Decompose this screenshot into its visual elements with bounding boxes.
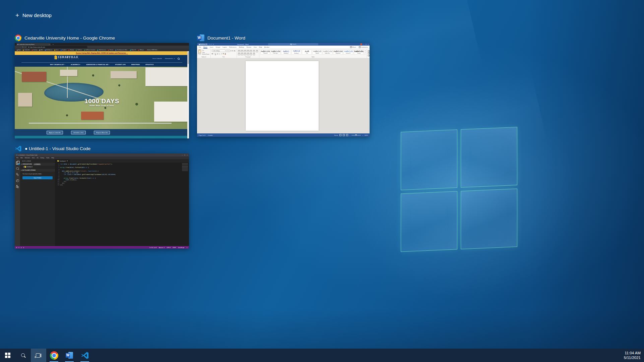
bookmark-item: GoReact Translate <box>84 49 95 51</box>
status-item: UTF-8 <box>167 247 170 248</box>
bookmark-label: Mule DX <box>131 49 136 51</box>
align-center-icon <box>241 53 243 55</box>
site-nav-item: ADMISSIONS & FINANCIAL AID › <box>86 64 110 65</box>
shading-icon <box>253 53 255 55</box>
bookmark-item: Dropbox <box>61 49 67 51</box>
ribbon-tab-home: Home <box>203 46 207 49</box>
bookmark-item: VMmain <box>138 49 144 51</box>
word-thumbnail[interactable]: AutoSave Off □ ↶ ↷ Document1 - Word Sear… <box>197 43 370 137</box>
browser-tab: Cedarville University Home × <box>16 43 51 46</box>
errors-count: 0 <box>18 247 19 248</box>
zoom-out-icon: – <box>349 134 350 136</box>
multilevel-list-icon <box>244 50 246 52</box>
menu-item-file: File <box>16 157 18 159</box>
warnings-count: 0 <box>23 247 24 248</box>
vscode-icon <box>81 351 89 360</box>
minimize-icon: – <box>182 154 183 156</box>
task-view-icon <box>36 353 41 358</box>
style-label: Heading 2 <box>294 53 299 54</box>
bookmark-label: TeamDynamix Worl... <box>117 49 128 51</box>
ribbon-tab-design: Design <box>216 46 220 48</box>
site-nav-item: WHY CEDARVILLE? › <box>50 64 65 65</box>
open-editor-item: ● JS Untitled-1 <box>20 166 55 168</box>
reload-icon: ↻ <box>22 46 23 48</box>
style-label: Intense E... <box>346 53 351 54</box>
search-icon <box>290 44 292 45</box>
code-token: "expand-button" <box>98 163 111 165</box>
style-label: Title <box>306 53 308 54</box>
give-link: Give to Cedarville <box>152 58 162 59</box>
start-button[interactable] <box>0 349 15 362</box>
campus-aerial-photo: 1000 DAYS Bolder. Wiser. Closer to Chris… <box>15 67 189 129</box>
style-gallery-scroll: ▲▼≡ <box>364 50 366 55</box>
shrink-font-icon: A <box>232 50 233 52</box>
menu-item-debug: Debug <box>41 157 44 159</box>
taskbar-search-button[interactable] <box>15 349 31 362</box>
vscode-thumbnail[interactable]: ● Untitled-1 - Visual Studio Code – □ × … <box>15 154 189 249</box>
vscode-title-text: ● Untitled-1 - Visual Studio Code <box>18 154 38 156</box>
code-token: let <box>60 163 64 165</box>
cut-button: Cut <box>202 50 209 51</box>
menu-item-selection: Selection <box>25 157 30 159</box>
campus-building <box>81 112 104 120</box>
comments-button-icon <box>359 46 361 48</box>
ribbon-group-paragraph: Paragraph <box>237 49 260 58</box>
ribbon-tab-bar: FileHomeInsertDesignLayoutReferencesMail… <box>197 46 370 49</box>
taskbar-clock[interactable]: 11:04 AM 5/11/2021 <box>624 351 644 360</box>
bookmark-item: Stream <box>108 49 113 51</box>
bookmark-favicon <box>138 50 139 51</box>
page-section-strip <box>15 136 189 138</box>
explorer-title: EXPLORER <box>20 159 55 163</box>
home-icon: ⌂ <box>25 46 26 48</box>
feedback-smiley-icon: ☺ <box>186 247 188 248</box>
window-title-chrome[interactable]: Cedarville University Home - Google Chro… <box>15 34 189 42</box>
bullets-icon <box>238 50 240 52</box>
new-desktop-button[interactable]: + New desktop <box>13 12 54 18</box>
chrome-icon <box>15 35 21 41</box>
clock-date: 5/11/2021 <box>624 355 641 360</box>
ribbon-tab-insert: Insert <box>210 46 213 48</box>
taskbar-vscode-button[interactable] <box>77 349 92 362</box>
superscript-icon: x² <box>221 53 222 55</box>
menu-item-tasks: Tasks <box>46 157 50 159</box>
bookmark-item: Docs <box>54 49 58 51</box>
bookmark-label: Shopify <box>70 49 74 51</box>
style-sample: AaBbCcE <box>293 50 300 52</box>
style-gallery-item: AaBTitle <box>302 50 312 55</box>
open-folder-button: Open Folder <box>22 176 53 179</box>
maximize-icon: □ <box>184 154 185 156</box>
code-token: document <box>74 174 81 175</box>
document-page <box>246 61 319 131</box>
comments-button: Comments <box>359 46 368 48</box>
chevron-down-icon: ▾ <box>21 170 22 171</box>
style-gallery-item: AaBbCcDdEmphasis <box>333 50 343 55</box>
bookmark-favicon <box>17 50 18 51</box>
task-view-button[interactable] <box>31 349 46 362</box>
hero-subtitle: Bolder. Wiser. Closer to Christ. <box>15 105 189 107</box>
window-title-vscode[interactable]: ● Untitled-1 - Visual Studio Code <box>15 145 189 152</box>
style-sample: AaBbCcDd <box>271 50 280 52</box>
javascript-file-icon: JS <box>24 166 26 168</box>
window-title-label: Cedarville University Home - Google Chro… <box>24 36 115 41</box>
style-gallery-item: AaBbCcDSubtitle <box>312 50 322 55</box>
ribbon-group-font: Calibri (Body) 11 A A Aa BIUabx₂x²AA Fon… <box>211 49 237 58</box>
bookmark-favicon <box>32 50 33 51</box>
word-search-box: Search <box>268 43 318 45</box>
explorer-sidebar: EXPLORER ▾ OPEN EDITORS 1 UNSAVED ● JS U… <box>20 159 55 246</box>
taskbar-chrome-button[interactable] <box>46 349 62 362</box>
chrome-thumbnail[interactable]: Cedarville University Home × + ← → ↻ ⌂ h… <box>15 43 189 138</box>
bookmark-label: VMmain <box>139 49 144 51</box>
ribbon-tab-review: Review <box>247 46 251 48</box>
bookmark-label: Canvas <box>33 49 37 51</box>
web-layout-icon <box>346 134 348 136</box>
replace-button: Replace <box>368 52 370 54</box>
window-title-word[interactable]: W Document1 - Word <box>197 34 370 42</box>
copy-button: Copy <box>202 52 209 53</box>
site-nav: WHY CEDARVILLE? ›ACADEMICS ›ADMISSIONS &… <box>15 62 189 67</box>
line-number: 13 <box>55 184 60 186</box>
bookmark-favicon <box>45 50 46 51</box>
windows-logo-pane <box>401 129 457 190</box>
taskbar-word-button[interactable]: W <box>62 349 77 362</box>
debug-icon <box>16 179 19 182</box>
bookmark-label: GoReact Translate <box>85 49 95 51</box>
